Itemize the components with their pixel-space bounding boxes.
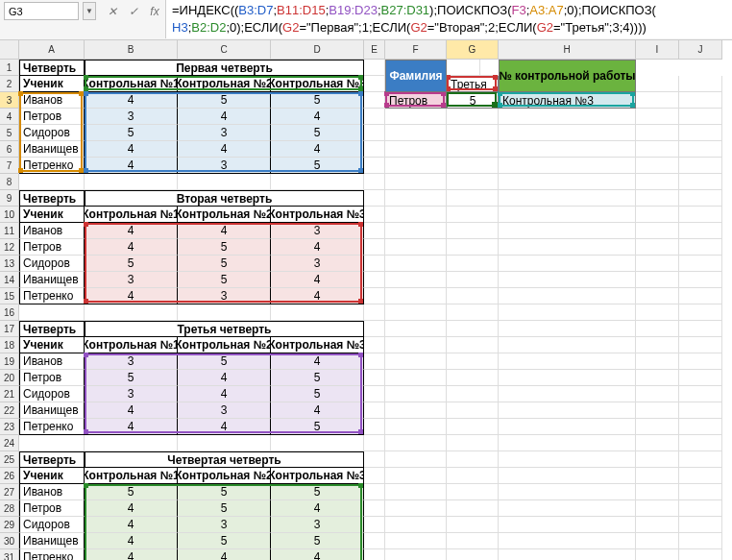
cell[interactable]	[499, 500, 636, 517]
cell[interactable]	[636, 402, 679, 419]
cell[interactable]	[679, 207, 722, 223]
cell[interactable]: 5	[85, 370, 178, 386]
cell[interactable]: Петренко	[19, 158, 85, 174]
row-header[interactable]: 11	[0, 223, 18, 239]
cell[interactable]	[364, 370, 385, 386]
cell[interactable]	[636, 484, 679, 500]
cell[interactable]	[679, 370, 722, 386]
cell[interactable]: 4	[85, 402, 178, 419]
cell[interactable]: Ученик	[19, 76, 85, 92]
cell[interactable]: 4	[85, 419, 178, 435]
cell[interactable]: Петров	[19, 109, 85, 125]
cell[interactable]: 5	[85, 125, 178, 141]
cell[interactable]: 3	[271, 223, 364, 239]
cell[interactable]	[385, 451, 447, 468]
cell[interactable]: 5	[178, 533, 271, 549]
cell[interactable]: 5	[271, 92, 364, 109]
row-header[interactable]: 18	[0, 337, 18, 353]
cell[interactable]	[447, 207, 499, 223]
cell[interactable]	[364, 484, 385, 500]
cell[interactable]: Четвертая четверть	[85, 451, 364, 468]
cell[interactable]	[636, 386, 679, 402]
cell[interactable]	[447, 158, 499, 174]
cell[interactable]	[271, 304, 364, 321]
cell[interactable]	[364, 190, 385, 207]
cell[interactable]	[499, 549, 636, 560]
cell[interactable]	[499, 109, 636, 125]
cell-grid[interactable]: ЧетвертьПервая четвертьФамилия№ четв.№ к…	[19, 60, 732, 560]
cell[interactable]: Иванищев	[19, 402, 85, 419]
cell[interactable]	[364, 419, 385, 435]
row-header[interactable]: 19	[0, 353, 18, 370]
cell[interactable]	[679, 484, 722, 500]
cell[interactable]	[499, 158, 636, 174]
cell[interactable]: 5	[271, 533, 364, 549]
cell[interactable]	[271, 435, 364, 451]
cell[interactable]	[447, 304, 499, 321]
cell[interactable]	[447, 125, 499, 141]
cell[interactable]	[636, 272, 679, 288]
cell[interactable]	[385, 337, 447, 353]
cell[interactable]: Ученик	[19, 468, 85, 484]
column-header[interactable]: B	[85, 40, 178, 60]
cell[interactable]	[385, 125, 447, 141]
cell[interactable]	[499, 141, 636, 158]
cell[interactable]	[364, 288, 385, 304]
cell[interactable]	[499, 370, 636, 386]
cell[interactable]	[385, 549, 447, 560]
cell[interactable]	[364, 533, 385, 549]
cell[interactable]	[447, 256, 499, 272]
cell[interactable]	[679, 158, 722, 174]
cell[interactable]: 4	[271, 141, 364, 158]
cell[interactable]: Сидоров	[19, 386, 85, 402]
cell[interactable]	[364, 402, 385, 419]
row-header[interactable]: 7	[0, 158, 18, 174]
cell[interactable]: 5	[447, 92, 499, 109]
cell[interactable]: 5	[85, 256, 178, 272]
cell[interactable]	[499, 517, 636, 533]
cell[interactable]: Петренко	[19, 549, 85, 560]
cell[interactable]	[385, 256, 447, 272]
cell[interactable]: Иванищев	[19, 272, 85, 288]
select-all-corner[interactable]	[0, 40, 18, 60]
cell[interactable]: Петров	[19, 500, 85, 517]
cell[interactable]	[447, 500, 499, 517]
row-header[interactable]: 31	[0, 549, 18, 560]
cell[interactable]	[364, 60, 385, 76]
cell[interactable]: Ученик	[19, 207, 85, 223]
cell[interactable]	[636, 92, 679, 109]
cell[interactable]: Контрольная №2	[178, 468, 271, 484]
cell[interactable]: 3	[178, 158, 271, 174]
cell[interactable]: 4	[178, 370, 271, 386]
cell[interactable]	[499, 304, 636, 321]
cell[interactable]	[385, 435, 447, 451]
cell[interactable]	[364, 435, 385, 451]
cell[interactable]	[385, 370, 447, 386]
cell[interactable]	[85, 435, 178, 451]
cell[interactable]: 4	[271, 353, 364, 370]
cell[interactable]	[364, 304, 385, 321]
cell[interactable]: 5	[178, 500, 271, 517]
cell[interactable]: 5	[271, 386, 364, 402]
cell[interactable]	[499, 468, 636, 484]
cell[interactable]	[636, 549, 679, 560]
cell[interactable]: 3	[85, 386, 178, 402]
cell[interactable]: 5	[271, 484, 364, 500]
cell[interactable]	[447, 533, 499, 549]
cell[interactable]: Контрольная №3	[271, 337, 364, 353]
cell[interactable]	[364, 549, 385, 560]
cell[interactable]: 5	[271, 419, 364, 435]
row-header[interactable]: 21	[0, 386, 18, 402]
cell[interactable]: Сидоров	[19, 256, 85, 272]
cell[interactable]: Контрольная №1	[85, 207, 178, 223]
cell[interactable]: 3	[85, 272, 178, 288]
row-header[interactable]: 9	[0, 190, 18, 207]
column-header[interactable]: I	[636, 40, 679, 60]
cell[interactable]	[385, 158, 447, 174]
cell[interactable]: 3	[271, 517, 364, 533]
cell[interactable]	[636, 419, 679, 435]
cell[interactable]: 4	[271, 109, 364, 125]
cell[interactable]: 4	[85, 533, 178, 549]
cell[interactable]: Петров	[385, 92, 447, 109]
cell[interactable]	[178, 174, 271, 190]
